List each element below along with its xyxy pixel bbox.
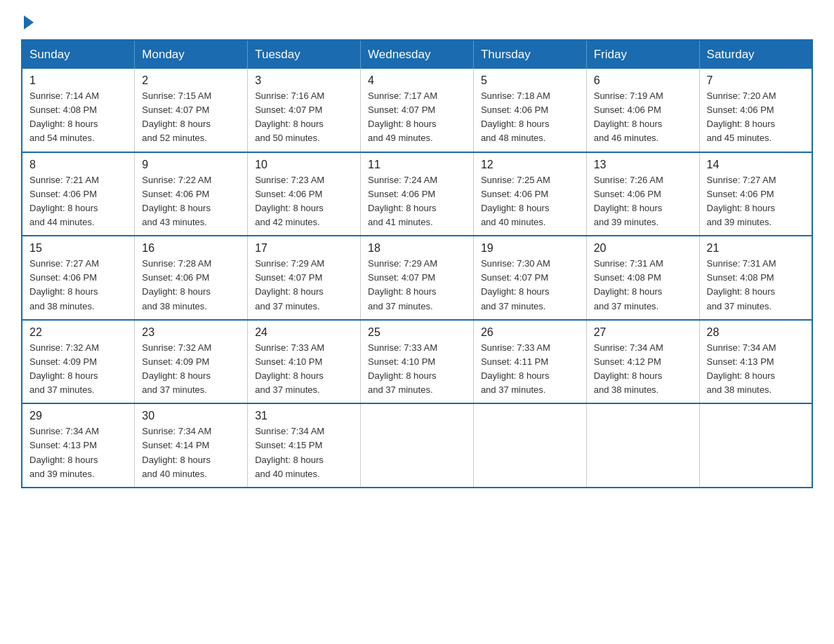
day-number: 12 xyxy=(481,159,579,171)
day-number: 23 xyxy=(142,326,240,339)
logo-top xyxy=(21,14,34,29)
day-number: 11 xyxy=(368,159,466,171)
calendar-week-row: 15Sunrise: 7:27 AMSunset: 4:06 PMDayligh… xyxy=(22,236,812,320)
day-info: Sunrise: 7:34 AMSunset: 4:13 PMDaylight:… xyxy=(29,424,127,481)
calendar-day-cell xyxy=(586,403,699,488)
day-info: Sunrise: 7:34 AMSunset: 4:13 PMDaylight:… xyxy=(707,341,805,398)
day-of-week-header: Tuesday xyxy=(248,40,361,69)
calendar-day-cell: 24Sunrise: 7:33 AMSunset: 4:10 PMDayligh… xyxy=(248,320,361,404)
day-number: 8 xyxy=(29,159,127,171)
day-number: 15 xyxy=(29,242,127,255)
day-info: Sunrise: 7:16 AMSunset: 4:07 PMDaylight:… xyxy=(255,89,353,146)
calendar-day-cell: 31Sunrise: 7:34 AMSunset: 4:15 PMDayligh… xyxy=(248,403,361,488)
calendar-day-cell: 23Sunrise: 7:32 AMSunset: 4:09 PMDayligh… xyxy=(135,320,248,404)
day-info: Sunrise: 7:31 AMSunset: 4:08 PMDaylight:… xyxy=(594,257,692,314)
calendar-day-cell: 13Sunrise: 7:26 AMSunset: 4:06 PMDayligh… xyxy=(586,152,699,236)
day-number: 14 xyxy=(707,159,805,171)
calendar-header-row: SundayMondayTuesdayWednesdayThursdayFrid… xyxy=(22,40,812,69)
day-info: Sunrise: 7:34 AMSunset: 4:12 PMDaylight:… xyxy=(594,341,692,398)
calendar-day-cell: 25Sunrise: 7:33 AMSunset: 4:10 PMDayligh… xyxy=(361,320,474,404)
day-number: 26 xyxy=(481,326,579,339)
calendar-day-cell: 20Sunrise: 7:31 AMSunset: 4:08 PMDayligh… xyxy=(586,236,699,320)
day-info: Sunrise: 7:30 AMSunset: 4:07 PMDaylight:… xyxy=(481,257,579,314)
day-number: 5 xyxy=(481,74,579,87)
day-number: 29 xyxy=(29,410,127,422)
day-number: 4 xyxy=(368,74,466,87)
calendar-day-cell: 17Sunrise: 7:29 AMSunset: 4:07 PMDayligh… xyxy=(248,236,361,320)
calendar-table: SundayMondayTuesdayWednesdayThursdayFrid… xyxy=(21,39,813,488)
calendar-day-cell: 14Sunrise: 7:27 AMSunset: 4:06 PMDayligh… xyxy=(699,152,812,236)
day-info: Sunrise: 7:18 AMSunset: 4:06 PMDaylight:… xyxy=(481,89,579,146)
day-info: Sunrise: 7:32 AMSunset: 4:09 PMDaylight:… xyxy=(142,341,240,398)
day-info: Sunrise: 7:19 AMSunset: 4:06 PMDaylight:… xyxy=(594,89,692,146)
day-number: 17 xyxy=(255,242,353,255)
day-info: Sunrise: 7:15 AMSunset: 4:07 PMDaylight:… xyxy=(142,89,240,146)
day-number: 10 xyxy=(255,159,353,171)
calendar-day-cell: 2Sunrise: 7:15 AMSunset: 4:07 PMDaylight… xyxy=(135,69,248,152)
page-header xyxy=(21,14,813,27)
day-number: 21 xyxy=(707,242,805,255)
calendar-day-cell: 27Sunrise: 7:34 AMSunset: 4:12 PMDayligh… xyxy=(586,320,699,404)
day-number: 30 xyxy=(142,410,240,422)
day-info: Sunrise: 7:21 AMSunset: 4:06 PMDaylight:… xyxy=(29,173,127,230)
day-number: 6 xyxy=(594,74,692,87)
calendar-day-cell xyxy=(361,403,474,488)
day-number: 28 xyxy=(707,326,805,339)
day-info: Sunrise: 7:14 AMSunset: 4:08 PMDaylight:… xyxy=(29,89,127,146)
day-number: 9 xyxy=(142,159,240,171)
calendar-day-cell: 8Sunrise: 7:21 AMSunset: 4:06 PMDaylight… xyxy=(22,152,135,236)
calendar-day-cell: 22Sunrise: 7:32 AMSunset: 4:09 PMDayligh… xyxy=(22,320,135,404)
day-info: Sunrise: 7:29 AMSunset: 4:07 PMDaylight:… xyxy=(368,257,466,314)
calendar-day-cell: 16Sunrise: 7:28 AMSunset: 4:06 PMDayligh… xyxy=(135,236,248,320)
calendar-week-row: 22Sunrise: 7:32 AMSunset: 4:09 PMDayligh… xyxy=(22,320,812,404)
day-of-week-header: Sunday xyxy=(22,40,135,69)
calendar-day-cell: 30Sunrise: 7:34 AMSunset: 4:14 PMDayligh… xyxy=(135,403,248,488)
day-info: Sunrise: 7:26 AMSunset: 4:06 PMDaylight:… xyxy=(594,173,692,230)
calendar-day-cell: 11Sunrise: 7:24 AMSunset: 4:06 PMDayligh… xyxy=(361,152,474,236)
day-info: Sunrise: 7:34 AMSunset: 4:14 PMDaylight:… xyxy=(142,424,240,481)
day-info: Sunrise: 7:22 AMSunset: 4:06 PMDaylight:… xyxy=(142,173,240,230)
day-info: Sunrise: 7:32 AMSunset: 4:09 PMDaylight:… xyxy=(29,341,127,398)
day-of-week-header: Saturday xyxy=(699,40,812,69)
day-of-week-header: Monday xyxy=(135,40,248,69)
day-number: 3 xyxy=(255,74,353,87)
calendar-day-cell: 4Sunrise: 7:17 AMSunset: 4:07 PMDaylight… xyxy=(361,69,474,152)
day-info: Sunrise: 7:34 AMSunset: 4:15 PMDaylight:… xyxy=(255,424,353,481)
calendar-day-cell: 1Sunrise: 7:14 AMSunset: 4:08 PMDaylight… xyxy=(22,69,135,152)
calendar-week-row: 1Sunrise: 7:14 AMSunset: 4:08 PMDaylight… xyxy=(22,69,812,152)
calendar-day-cell: 21Sunrise: 7:31 AMSunset: 4:08 PMDayligh… xyxy=(699,236,812,320)
day-info: Sunrise: 7:27 AMSunset: 4:06 PMDaylight:… xyxy=(29,257,127,314)
day-number: 13 xyxy=(594,159,692,171)
day-info: Sunrise: 7:25 AMSunset: 4:06 PMDaylight:… xyxy=(481,173,579,230)
day-info: Sunrise: 7:33 AMSunset: 4:11 PMDaylight:… xyxy=(481,341,579,398)
day-of-week-header: Wednesday xyxy=(361,40,474,69)
calendar-day-cell: 5Sunrise: 7:18 AMSunset: 4:06 PMDaylight… xyxy=(473,69,586,152)
calendar-day-cell: 10Sunrise: 7:23 AMSunset: 4:06 PMDayligh… xyxy=(248,152,361,236)
calendar-week-row: 29Sunrise: 7:34 AMSunset: 4:13 PMDayligh… xyxy=(22,403,812,488)
day-number: 24 xyxy=(255,326,353,339)
day-info: Sunrise: 7:24 AMSunset: 4:06 PMDaylight:… xyxy=(368,173,466,230)
calendar-day-cell: 12Sunrise: 7:25 AMSunset: 4:06 PMDayligh… xyxy=(473,152,586,236)
day-info: Sunrise: 7:31 AMSunset: 4:08 PMDaylight:… xyxy=(707,257,805,314)
day-info: Sunrise: 7:33 AMSunset: 4:10 PMDaylight:… xyxy=(255,341,353,398)
calendar-day-cell: 18Sunrise: 7:29 AMSunset: 4:07 PMDayligh… xyxy=(361,236,474,320)
day-info: Sunrise: 7:27 AMSunset: 4:06 PMDaylight:… xyxy=(707,173,805,230)
day-number: 20 xyxy=(594,242,692,255)
day-info: Sunrise: 7:23 AMSunset: 4:06 PMDaylight:… xyxy=(255,173,353,230)
calendar-day-cell: 7Sunrise: 7:20 AMSunset: 4:06 PMDaylight… xyxy=(699,69,812,152)
day-info: Sunrise: 7:29 AMSunset: 4:07 PMDaylight:… xyxy=(255,257,353,314)
day-number: 2 xyxy=(142,74,240,87)
day-info: Sunrise: 7:28 AMSunset: 4:06 PMDaylight:… xyxy=(142,257,240,314)
day-number: 19 xyxy=(481,242,579,255)
calendar-day-cell: 29Sunrise: 7:34 AMSunset: 4:13 PMDayligh… xyxy=(22,403,135,488)
day-number: 7 xyxy=(707,74,805,87)
day-number: 25 xyxy=(368,326,466,339)
calendar-day-cell: 3Sunrise: 7:16 AMSunset: 4:07 PMDaylight… xyxy=(248,69,361,152)
day-info: Sunrise: 7:20 AMSunset: 4:06 PMDaylight:… xyxy=(707,89,805,146)
day-number: 22 xyxy=(29,326,127,339)
calendar-day-cell: 9Sunrise: 7:22 AMSunset: 4:06 PMDaylight… xyxy=(135,152,248,236)
calendar-day-cell xyxy=(473,403,586,488)
calendar-day-cell: 19Sunrise: 7:30 AMSunset: 4:07 PMDayligh… xyxy=(473,236,586,320)
calendar-week-row: 8Sunrise: 7:21 AMSunset: 4:06 PMDaylight… xyxy=(22,152,812,236)
calendar-day-cell xyxy=(699,403,812,488)
